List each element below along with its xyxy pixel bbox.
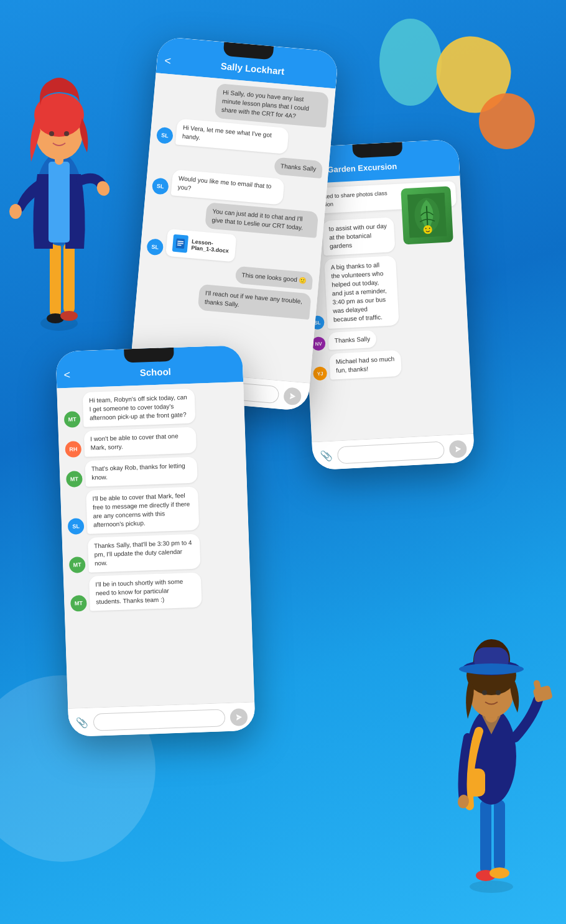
attach-icon-botanical[interactable]: 📎: [320, 450, 333, 462]
school-bubble-4: I'll be able to cover that Mark, feel fr…: [86, 487, 199, 534]
botanical-bubble-4: Michael had so much fun, thanks!: [329, 350, 402, 380]
avatar-mt-s1: MT: [64, 411, 81, 428]
file-name: Lesson-Plan_1-3.docx: [191, 238, 230, 254]
file-bubble[interactable]: Lesson-Plan_1-3.docx: [165, 229, 236, 262]
character-right: [429, 594, 554, 893]
svg-point-12: [9, 204, 22, 219]
bubble-5: You can just add it to chat and I'll giv…: [205, 202, 318, 238]
file-icon: [172, 234, 188, 253]
phone-notch-botanical: [352, 142, 402, 158]
avatar-rh-s2: RH: [65, 441, 81, 458]
messages-school: MT Hi team, Robyn's off sick today, can …: [57, 382, 254, 711]
school-msg-4: SL I'll be able to cover that Mark, feel…: [67, 485, 242, 535]
bubble-8: I'll reach out if we have any trouble, t…: [198, 284, 312, 320]
blob-teal: [379, 19, 442, 106]
svg-rect-27: [480, 800, 491, 874]
bubble-2: Hi Vera, let me see what I've got handy.: [175, 119, 289, 155]
svg-point-11: [64, 131, 69, 136]
school-bubble-2: I won't be able to cover that one Mark, …: [84, 427, 197, 457]
bubble-4: Would you like me to email that to you?: [171, 169, 285, 205]
message-input-school[interactable]: [93, 709, 226, 731]
garden-image: [401, 186, 453, 244]
svg-point-40: [496, 690, 501, 695]
avatar-mt-s3: MT: [66, 471, 83, 487]
avatar-mt-s6: MT: [70, 595, 87, 612]
svg-rect-1: [50, 243, 61, 317]
botanical-bubble-1: to assist with our day at the botanical …: [322, 217, 396, 256]
svg-marker-18: [290, 393, 296, 400]
svg-point-10: [49, 131, 54, 136]
chat-title-school: School: [75, 364, 236, 380]
bubble-7: This one looks good 🙂: [234, 266, 313, 290]
svg-rect-28: [494, 800, 505, 871]
svg-marker-24: [455, 445, 462, 451]
avatar-sl-2: SL: [152, 177, 169, 195]
school-bubble-3: That's okay Rob, thanks for letting know…: [85, 457, 197, 487]
school-bubble-1: Hi team, Robyn's off sick today, can I g…: [83, 389, 196, 427]
svg-marker-25: [236, 714, 242, 720]
svg-point-26: [470, 880, 513, 893]
school-msg-1: MT Hi team, Robyn's off sick today, can …: [63, 387, 239, 428]
chat-input-school: 📎: [68, 702, 255, 737]
botanical-msg-2: SL A big thanks to all the volunteers wh…: [307, 256, 399, 330]
botanical-msg-4: YJ Michael had so much fun, thanks!: [312, 350, 402, 381]
attach-icon-school[interactable]: 📎: [76, 716, 89, 729]
send-button-main[interactable]: [283, 387, 302, 405]
school-bubble-6: I'll be in touch shortly with some need …: [89, 572, 202, 611]
blob-orange: [479, 93, 535, 149]
back-button-main[interactable]: <: [164, 54, 172, 68]
botanical-msg-3: NV Thanks Sally: [311, 329, 400, 351]
send-button-botanical[interactable]: [449, 440, 467, 458]
avatar-yj-b4: YJ: [313, 366, 327, 381]
phone-screen-school: < School MT Hi team, Robyn's off sick to…: [55, 345, 255, 737]
svg-point-30: [489, 867, 509, 879]
school-msg-2: RH I won't be able to cover that one Mar…: [65, 425, 239, 458]
avatar-sl-1: SL: [156, 127, 174, 144]
phone-school: < School MT Hi team, Robyn's off sick to…: [55, 345, 255, 737]
avatar-sl-s4: SL: [68, 518, 85, 535]
message-input-botanical[interactable]: [337, 441, 445, 464]
chat-input-botanical: 📎: [312, 433, 475, 471]
svg-rect-6: [49, 162, 70, 243]
bubble-3: Thanks Sally: [274, 157, 323, 178]
bubble-1: Hi Sally, do you have any last minute le…: [215, 83, 329, 127]
svg-rect-2: [63, 243, 75, 314]
svg-point-4: [60, 311, 78, 321]
botanical-bubble-2: A big thanks to all the volunteers who h…: [324, 256, 399, 329]
phone-notch-school: [124, 348, 174, 363]
svg-point-38: [459, 663, 524, 675]
avatar-sl-3: SL: [146, 238, 164, 256]
svg-point-39: [482, 690, 487, 695]
avatar-mt-s5: MT: [69, 557, 86, 573]
messages-main: Hi Sally, do you have any last minute le…: [130, 73, 336, 386]
school-bubble-5: Thanks Sally, that'll be 3:30 pm to 4 pm…: [88, 534, 201, 573]
character-left: [6, 37, 112, 336]
send-button-school[interactable]: [230, 708, 248, 726]
school-msg-3: MT That's okay Rob, thanks for letting k…: [65, 455, 240, 487]
back-button-school[interactable]: <: [63, 369, 70, 382]
school-msg-6: MT I'll be in touch shortly with some ne…: [70, 571, 245, 612]
botanical-bubble-3: Thanks Sally: [328, 330, 377, 350]
school-msg-5: MT Thanks Sally, that'll be 3:30 pm to 4…: [68, 532, 244, 573]
